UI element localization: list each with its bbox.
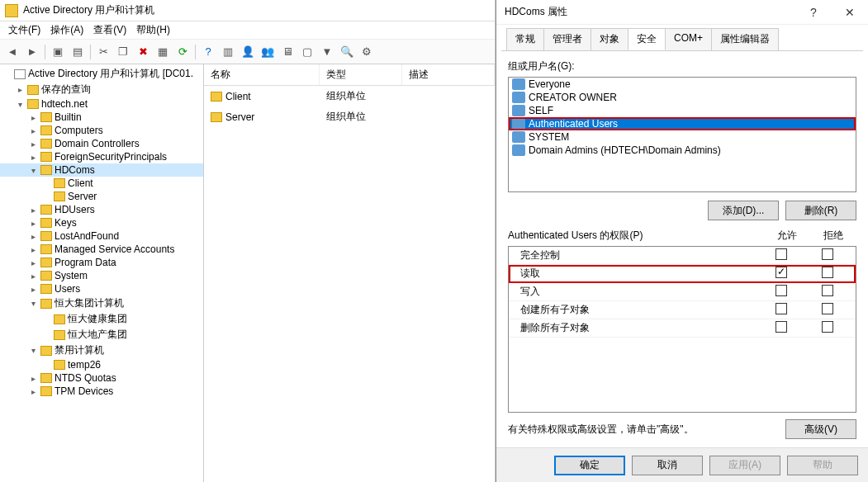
more-icon[interactable]: ⚙ (358, 43, 376, 61)
tree-item[interactable]: 恒大地产集团 (0, 327, 203, 343)
group-item[interactable]: Authenticated Users (509, 117, 856, 130)
chevron-icon[interactable]: ▸ (28, 387, 38, 396)
chevron-icon[interactable]: ▸ (28, 219, 38, 228)
chevron-icon[interactable]: ▸ (28, 272, 38, 281)
tree-item[interactable]: ▸Managed Service Accounts (0, 243, 203, 256)
chevron-icon[interactable]: ▾ (28, 166, 38, 175)
tree-item[interactable]: ▸Computers (0, 124, 203, 137)
tree-item[interactable]: ▸Users (0, 282, 203, 295)
tree-item[interactable]: ▸Builtin (0, 111, 203, 124)
chevron-icon[interactable]: ▸ (28, 113, 38, 122)
cut-icon[interactable]: ✂ (94, 43, 112, 61)
permissions-list[interactable]: 完全控制读取写入创建所有子对象删除所有子对象 (508, 246, 856, 413)
tab-5[interactable]: 属性编辑器 (711, 28, 779, 50)
user-icon[interactable]: 👤 (239, 43, 257, 61)
tab-2[interactable]: 对象 (591, 28, 628, 50)
apply-button[interactable]: 应用(A) (709, 456, 780, 475)
ou-icon[interactable]: ▢ (298, 43, 316, 61)
tab-0[interactable]: 常规 (506, 28, 544, 50)
list-item[interactable]: Server组织单位 (204, 106, 495, 127)
deny-checkbox[interactable] (822, 285, 833, 296)
tab-3[interactable]: 安全 (628, 28, 666, 50)
tree-item[interactable]: ▸TPM Devices (0, 385, 203, 398)
menu-help[interactable]: 帮助(H) (131, 21, 175, 39)
tree-item[interactable]: ▾禁用计算机 (0, 343, 203, 358)
filter-icon[interactable]: ▼ (318, 43, 336, 61)
tree-item[interactable]: ▾HDComs (0, 163, 203, 177)
chevron-icon[interactable]: ▸ (28, 258, 38, 267)
tree-item[interactable]: ▸Domain Controllers (0, 137, 203, 150)
chevron-icon[interactable]: ▸ (28, 285, 38, 294)
group-item[interactable]: SELF (509, 104, 856, 117)
chevron-icon[interactable]: ▸ (28, 126, 38, 135)
chevron-icon[interactable]: ▸ (28, 153, 38, 162)
tool1-icon[interactable]: ▥ (219, 43, 237, 61)
close-icon[interactable]: ✕ (832, 0, 868, 25)
group-item[interactable]: CREATOR OWNER (509, 91, 856, 104)
chevron-icon[interactable]: ▾ (15, 100, 25, 109)
col-desc[interactable]: 描述 (402, 64, 495, 85)
tree-item[interactable]: ▸ForeignSecurityPrincipals (0, 150, 203, 163)
tree-pane[interactable]: Active Directory 用户和计算机 [DC01.▸保存的查询▾hdt… (0, 64, 204, 482)
group-icon[interactable]: 👥 (259, 43, 277, 61)
delete-icon[interactable]: ✖ (134, 43, 152, 61)
tree-item[interactable]: ▸保存的查询 (0, 82, 203, 97)
chevron-icon[interactable]: ▾ (28, 346, 38, 355)
tree-item[interactable]: Client (0, 177, 203, 190)
group-item[interactable]: Domain Admins (HDTECH\Domain Admins) (509, 144, 856, 157)
group-item[interactable]: SYSTEM (509, 130, 856, 144)
chevron-icon[interactable]: ▸ (15, 85, 25, 94)
col-name[interactable]: 名称 (204, 64, 320, 85)
up-icon[interactable]: ▣ (49, 43, 67, 61)
ok-button[interactable]: 确定 (554, 456, 625, 475)
tree-item[interactable]: 恒大健康集团 (0, 311, 203, 327)
tree-item[interactable]: ▾hdtech.net (0, 97, 203, 111)
cancel-button[interactable]: 取消 (632, 456, 703, 475)
refresh-icon[interactable]: ⟳ (173, 43, 192, 61)
forward-icon[interactable]: ► (23, 43, 41, 61)
tree-item[interactable]: ▾恒大集团计算机 (0, 295, 203, 311)
tree-item[interactable]: ▸LostAndFound (0, 229, 203, 243)
menu-action[interactable]: 操作(A) (45, 21, 88, 39)
allow-checkbox[interactable] (776, 303, 787, 314)
show-icon[interactable]: ▤ (69, 43, 87, 61)
chevron-icon[interactable]: ▸ (28, 374, 38, 383)
computer-icon[interactable]: 🖥 (278, 43, 296, 61)
properties-icon[interactable]: ▦ (154, 43, 172, 61)
advanced-button[interactable]: 高级(V) (785, 419, 856, 439)
deny-checkbox[interactable] (822, 303, 833, 314)
chevron-icon[interactable]: ▾ (28, 299, 38, 308)
group-item[interactable]: Everyone (509, 78, 856, 91)
tree-item[interactable]: Active Directory 用户和计算机 [DC01. (0, 66, 203, 82)
groups-list[interactable]: EveryoneCREATOR OWNERSELFAuthenticated U… (508, 77, 856, 192)
find-icon[interactable]: 🔍 (338, 43, 356, 61)
chevron-icon[interactable]: ▸ (28, 245, 38, 254)
tree-item[interactable]: ▸System (0, 269, 203, 282)
tab-4[interactable]: COM+ (665, 28, 712, 50)
add-button[interactable]: 添加(D)... (708, 201, 779, 220)
copy-icon[interactable]: ❐ (114, 43, 132, 61)
tree-item[interactable]: ▸NTDS Quotas (0, 371, 203, 385)
allow-checkbox[interactable] (776, 321, 787, 333)
tree-item[interactable]: ▸Program Data (0, 256, 203, 269)
list-item[interactable]: Client组织单位 (204, 86, 495, 106)
remove-button[interactable]: 删除(R) (785, 201, 856, 220)
tree-item[interactable]: ▸HDUsers (0, 203, 203, 216)
help-icon[interactable]: ? (199, 43, 217, 61)
back-icon[interactable]: ◄ (3, 43, 21, 61)
menu-file[interactable]: 文件(F) (3, 21, 45, 39)
allow-checkbox[interactable] (776, 285, 787, 296)
tab-1[interactable]: 管理者 (543, 28, 591, 50)
chevron-icon[interactable]: ▸ (28, 232, 38, 241)
list-pane[interactable]: 名称 类型 描述 Client组织单位Server组织单位 (204, 64, 495, 482)
chevron-icon[interactable]: ▸ (28, 206, 38, 215)
tree-item[interactable]: temp26 (0, 358, 203, 371)
deny-checkbox[interactable] (822, 248, 833, 260)
allow-checkbox[interactable] (776, 248, 787, 260)
deny-checkbox[interactable] (822, 267, 833, 278)
tree-item[interactable]: Server (0, 190, 203, 203)
tree-item[interactable]: ▸Keys (0, 216, 203, 229)
help-button[interactable]: 帮助 (787, 456, 858, 475)
deny-checkbox[interactable] (822, 321, 833, 333)
menu-view[interactable]: 查看(V) (88, 21, 131, 39)
